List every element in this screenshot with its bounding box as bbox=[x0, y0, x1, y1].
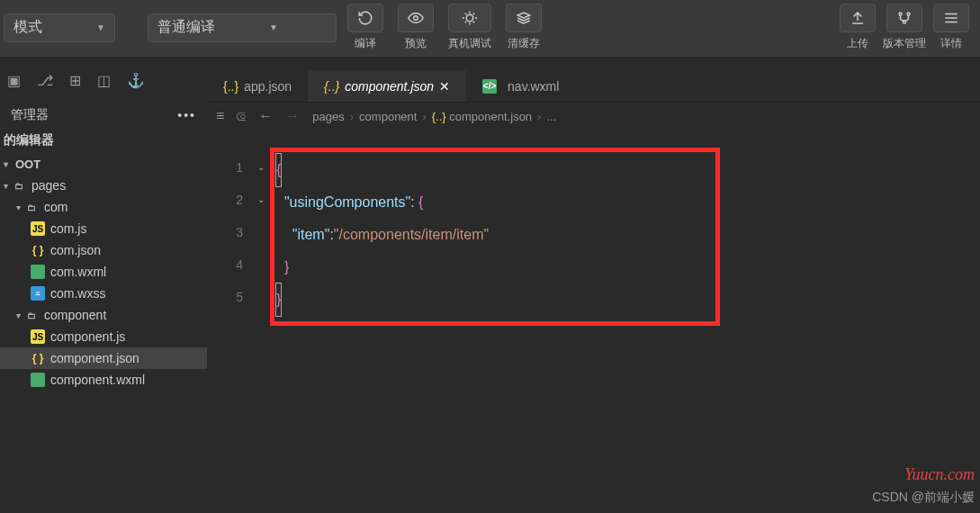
debug-icon[interactable]: ◫ bbox=[97, 72, 111, 89]
line-gutter: 12345 bbox=[207, 130, 252, 513]
watermark-yuucn: Yuucn.com bbox=[904, 465, 975, 484]
extensions-icon[interactable]: ⊞ bbox=[69, 72, 81, 89]
back-icon[interactable]: ← bbox=[258, 108, 273, 124]
line-number: 5 bbox=[207, 281, 252, 313]
breadcrumb-separator: › bbox=[537, 110, 541, 123]
wxml-file-icon: </> bbox=[482, 79, 497, 94]
mode-dropdown[interactable]: 模式 ▼ bbox=[4, 14, 115, 42]
forward-icon[interactable]: → bbox=[285, 108, 300, 124]
breadcrumb-separator: › bbox=[422, 110, 426, 123]
compile-button[interactable] bbox=[347, 4, 383, 32]
folder-icon: 🗀 bbox=[24, 200, 39, 214]
wxss-file-icon: ≡ bbox=[31, 286, 45, 301]
code-editor[interactable]: 12345 ⌄ ⌄ { "usingComponents": { "item":… bbox=[207, 130, 980, 513]
code-content[interactable]: { "usingComponents": { "item":"/componen… bbox=[270, 130, 720, 513]
editor-tabs: {..}app.json{..}component.json✕</>nav.wx… bbox=[207, 70, 980, 103]
breadcrumb-item[interactable]: component bbox=[359, 110, 417, 123]
sidebar: 管理器 ••• 的编辑器 ▾ OOT ▾🗀pages▾🗀comJScom.js{… bbox=[0, 104, 207, 513]
chevron-down-icon: ▾ bbox=[16, 202, 21, 212]
folder-icon: 🗀 bbox=[24, 308, 39, 322]
js-file-icon: JS bbox=[31, 329, 45, 344]
chevron-down-icon: ▼ bbox=[96, 22, 105, 32]
activity-bar: ▣ ⎇ ⊞ ◫ ⚓ bbox=[0, 72, 145, 89]
js-file-icon: JS bbox=[31, 221, 45, 236]
watermark-csdn: CSDN @前端小媛 bbox=[872, 490, 975, 506]
upload-label: 上传 bbox=[847, 36, 868, 51]
close-icon[interactable]: ✕ bbox=[439, 79, 450, 94]
project-root[interactable]: ▾ OOT bbox=[0, 154, 207, 175]
chevron-down-icon: ▾ bbox=[4, 159, 8, 169]
branch-icon[interactable]: ⎇ bbox=[37, 72, 53, 89]
version-button[interactable] bbox=[886, 4, 922, 32]
clear-cache-button[interactable] bbox=[506, 4, 542, 32]
svg-point-2 bbox=[899, 13, 902, 15]
wxml-file-icon bbox=[31, 265, 45, 279]
preview-button[interactable] bbox=[398, 4, 434, 32]
tab-nav-wxml[interactable]: </>nav.wxml bbox=[466, 70, 575, 102]
line-number: 4 bbox=[207, 248, 252, 281]
bookmark-icon[interactable]: ⟃ bbox=[237, 108, 246, 124]
chevron-down-icon: ▾ bbox=[4, 181, 8, 191]
list-icon[interactable]: ≡ bbox=[216, 108, 224, 124]
breadcrumb-item[interactable]: pages bbox=[312, 110, 344, 123]
tree-item-pages[interactable]: ▾🗀pages bbox=[0, 175, 207, 196]
breadcrumb-separator: › bbox=[350, 110, 354, 123]
svg-point-1 bbox=[466, 14, 473, 22]
tree-item-component-js[interactable]: JScomponent.js bbox=[0, 326, 207, 347]
svg-point-0 bbox=[414, 16, 418, 21]
explorer-icon[interactable]: ▣ bbox=[7, 72, 21, 89]
tree-item-component-json[interactable]: { }component.json bbox=[0, 347, 207, 369]
detail-label: 详情 bbox=[940, 36, 962, 51]
detail-button[interactable] bbox=[933, 4, 969, 32]
breadcrumb-item[interactable]: ... bbox=[546, 110, 556, 123]
json-file-icon: { } bbox=[31, 351, 45, 365]
tree-item-component[interactable]: ▾🗀component bbox=[0, 304, 207, 326]
clear-cache-label: 清缓存 bbox=[508, 36, 540, 51]
breadcrumb-item[interactable]: {..} component.json bbox=[432, 110, 532, 123]
line-number: 3 bbox=[207, 216, 252, 248]
docker-icon[interactable]: ⚓ bbox=[127, 72, 145, 89]
eye-icon bbox=[408, 10, 424, 26]
line-number: 2 bbox=[207, 184, 252, 216]
folder-icon: 🗀 bbox=[12, 178, 26, 193]
tab-app-json[interactable]: {..}app.json bbox=[207, 70, 308, 102]
top-toolbar: 模式 ▼ 普通编译 ▼ 编译 预览 真机调试 bbox=[0, 0, 980, 58]
file-tree: ▾🗀pages▾🗀comJScom.js{ }com.jsoncom.wxml≡… bbox=[0, 175, 207, 391]
upload-button[interactable] bbox=[840, 4, 876, 32]
compile-mode-dropdown[interactable]: 普通编译 ▼ bbox=[148, 14, 337, 42]
tree-item-com-json[interactable]: { }com.json bbox=[0, 239, 207, 261]
layers-icon bbox=[516, 10, 532, 26]
refresh-icon bbox=[357, 10, 373, 26]
json-file-icon: { } bbox=[31, 243, 45, 257]
tree-item-com-wxml[interactable]: com.wxml bbox=[0, 261, 207, 283]
svg-point-3 bbox=[907, 13, 910, 15]
json-file-icon: {..} bbox=[324, 79, 339, 94]
chevron-down-icon: ▼ bbox=[269, 22, 278, 32]
bug-icon bbox=[462, 10, 478, 26]
remote-debug-button[interactable] bbox=[448, 4, 491, 32]
version-label: 版本管理 bbox=[883, 36, 926, 51]
fold-icon[interactable]: ⌄ bbox=[252, 151, 270, 184]
highlight-box: { "usingComponents": { "item":"/componen… bbox=[270, 148, 720, 326]
tree-item-com-js[interactable]: JScom.js bbox=[0, 218, 207, 239]
compile-mode-label: 普通编译 bbox=[157, 18, 215, 37]
sidebar-header-label: 管理器 bbox=[11, 107, 49, 123]
wxml-file-icon bbox=[31, 373, 45, 387]
more-icon[interactable]: ••• bbox=[177, 108, 196, 122]
tree-item-com[interactable]: ▾🗀com bbox=[0, 196, 207, 218]
preview-label: 预览 bbox=[405, 36, 427, 51]
git-branch-icon bbox=[896, 10, 913, 26]
breadcrumb[interactable]: pages›component›{..} component.json›... bbox=[312, 110, 556, 123]
json-file-icon: {..} bbox=[223, 79, 238, 94]
fold-icon[interactable]: ⌄ bbox=[252, 184, 270, 216]
mode-label: 模式 bbox=[13, 18, 42, 37]
line-number: 1 bbox=[207, 151, 252, 184]
fold-column: ⌄ ⌄ bbox=[252, 130, 270, 513]
tab-component-json[interactable]: {..}component.json✕ bbox=[308, 70, 466, 102]
remote-debug-label: 真机调试 bbox=[448, 36, 491, 51]
editor-toolbar: ≡ ⟃ ← → pages›component›{..} component.j… bbox=[207, 103, 980, 130]
menu-icon bbox=[943, 10, 959, 26]
editor-section-title: 的编辑器 bbox=[0, 127, 207, 154]
tree-item-com-wxss[interactable]: ≡com.wxss bbox=[0, 283, 207, 304]
tree-item-component-wxml[interactable]: component.wxml bbox=[0, 369, 207, 391]
